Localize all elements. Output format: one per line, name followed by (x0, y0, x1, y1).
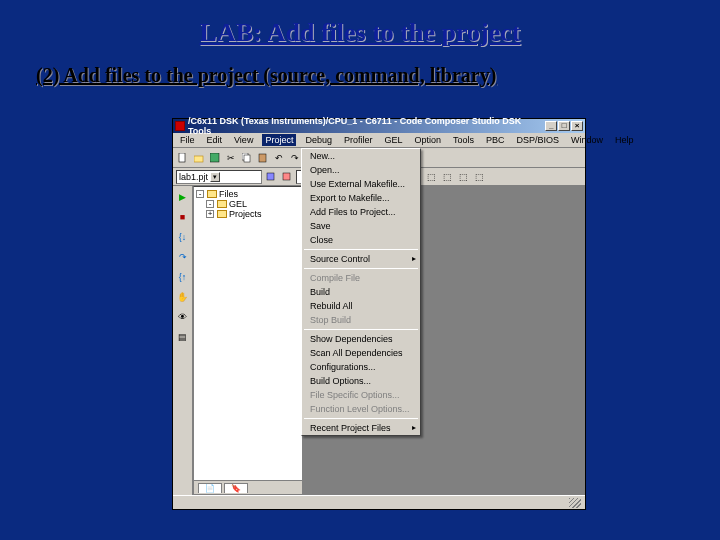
chevron-down-icon[interactable]: ▾ (210, 172, 220, 182)
tree-row-gel[interactable]: - GEL (196, 199, 300, 209)
open-file-icon[interactable] (192, 151, 206, 165)
menu-item-function-level-options[interactable]: Function Level Options... (302, 402, 420, 416)
watch-icon[interactable]: 👁 (176, 310, 190, 324)
menu-item-configurations[interactable]: Configurations... (302, 360, 420, 374)
menu-separator (304, 418, 418, 419)
undo-icon[interactable]: ↶ (272, 151, 286, 165)
breakpoint-icon[interactable]: ✋ (176, 290, 190, 304)
project-panel-tabs: 📄 🔖 (194, 480, 302, 494)
svg-rect-4 (244, 155, 250, 162)
menu-profiler[interactable]: Profiler (341, 134, 376, 146)
toolbar-icon-b[interactable]: ⬚ (424, 170, 438, 184)
tree-label: Projects (229, 209, 262, 219)
tab-bookmarks[interactable]: 🔖 (224, 483, 248, 493)
menu-edit[interactable]: Edit (204, 134, 226, 146)
debug-toolstrip: ▶ ■ {↓ ↷ {↑ ✋ 👁 ▤ (173, 186, 193, 495)
menu-item-use-external-makefile[interactable]: Use External Makefile... (302, 177, 420, 191)
close-button[interactable]: × (571, 121, 583, 131)
minimize-button[interactable]: _ (545, 121, 557, 131)
svg-rect-0 (179, 153, 185, 162)
toolbar-icon-d[interactable]: ⬚ (456, 170, 470, 184)
toolbar-icon-e[interactable]: ⬚ (472, 170, 486, 184)
step-over-icon[interactable]: ↷ (176, 250, 190, 264)
svg-rect-5 (259, 154, 266, 162)
tree-row-files[interactable]: - Files (196, 189, 300, 199)
save-icon[interactable] (208, 151, 222, 165)
menu-item-save[interactable]: Save (302, 219, 420, 233)
menu-item-close[interactable]: Close (302, 233, 420, 247)
menu-dspbios[interactable]: DSP/BIOS (514, 134, 563, 146)
status-bar (173, 495, 585, 509)
step-into-icon[interactable]: {↓ (176, 230, 190, 244)
menu-item-add-files[interactable]: Add Files to Project... (302, 205, 420, 219)
menu-separator (304, 268, 418, 269)
maximize-button[interactable]: □ (558, 121, 570, 131)
tree-expander[interactable]: - (196, 190, 204, 198)
menu-window[interactable]: Window (568, 134, 606, 146)
tree-row-projects[interactable]: + Projects (196, 209, 300, 219)
toolbar-icon-c[interactable]: ⬚ (440, 170, 454, 184)
menu-tools[interactable]: Tools (450, 134, 477, 146)
menu-item-build[interactable]: Build (302, 285, 420, 299)
menu-item-build-options[interactable]: Build Options... (302, 374, 420, 388)
tree-label: Files (219, 189, 238, 199)
menu-item-scan-dependencies[interactable]: Scan All Dependencies (302, 346, 420, 360)
project-panel: - Files - GEL + Projects 📄 🔖 (193, 186, 303, 495)
folder-icon (207, 190, 217, 198)
menu-project[interactable]: Project (262, 134, 296, 146)
folder-icon (217, 200, 227, 208)
menu-item-show-dependencies[interactable]: Show Dependencies (302, 332, 420, 346)
tree-expander[interactable]: - (206, 200, 214, 208)
folder-icon (217, 210, 227, 218)
menu-view[interactable]: View (231, 134, 256, 146)
menu-help[interactable]: Help (612, 134, 637, 146)
menu-item-file-specific-options[interactable]: File Specific Options... (302, 388, 420, 402)
menu-pbc[interactable]: PBC (483, 134, 508, 146)
menu-separator (304, 249, 418, 250)
menu-item-export-makefile[interactable]: Export to Makefile... (302, 191, 420, 205)
registers-icon[interactable]: ▤ (176, 330, 190, 344)
slide-title: LAB: Add files to the project (200, 18, 521, 48)
tree-label: GEL (229, 199, 247, 209)
svg-rect-6 (267, 173, 274, 180)
menu-item-rebuild-all[interactable]: Rebuild All (302, 299, 420, 313)
menu-separator (304, 329, 418, 330)
project-combo[interactable]: lab1.pjt ▾ (176, 170, 262, 184)
menu-item-source-control[interactable]: Source Control (302, 252, 420, 266)
paste-icon[interactable] (256, 151, 270, 165)
menu-item-stop-build[interactable]: Stop Build (302, 313, 420, 327)
svg-rect-2 (210, 153, 219, 162)
project-combo-value: lab1.pjt (179, 172, 208, 182)
menu-item-new[interactable]: New... (302, 149, 420, 163)
rebuild-icon[interactable] (280, 170, 294, 184)
step-out-icon[interactable]: {↑ (176, 270, 190, 284)
halt-icon[interactable]: ■ (176, 210, 190, 224)
slide-subtitle: (2) Add files to the project (source, co… (36, 64, 496, 87)
menu-item-recent-projects[interactable]: Recent Project Files (302, 421, 420, 435)
cut-icon[interactable]: ✂ (224, 151, 238, 165)
menu-option[interactable]: Option (411, 134, 444, 146)
tree-expander[interactable]: + (206, 210, 214, 218)
redo-icon[interactable]: ↷ (288, 151, 302, 165)
svg-rect-1 (194, 156, 203, 162)
build-icon[interactable] (264, 170, 278, 184)
window-title: /C6x11 DSK (Texas Instruments)/CPU_1 - C… (188, 116, 544, 136)
tab-files[interactable]: 📄 (198, 483, 222, 493)
app-window: /C6x11 DSK (Texas Instruments)/CPU_1 - C… (172, 118, 586, 510)
title-bar: /C6x11 DSK (Texas Instruments)/CPU_1 - C… (173, 119, 585, 133)
run-icon[interactable]: ▶ (176, 190, 190, 204)
project-dropdown-menu: New... Open... Use External Makefile... … (301, 148, 421, 436)
resize-grip-icon[interactable] (569, 498, 581, 508)
copy-icon[interactable] (240, 151, 254, 165)
menu-item-compile-file[interactable]: Compile File (302, 271, 420, 285)
menu-file[interactable]: File (177, 134, 198, 146)
new-file-icon[interactable] (176, 151, 190, 165)
menu-debug[interactable]: Debug (302, 134, 335, 146)
menu-item-open[interactable]: Open... (302, 163, 420, 177)
menu-gel[interactable]: GEL (381, 134, 405, 146)
app-icon (175, 121, 185, 131)
svg-rect-7 (283, 173, 290, 180)
